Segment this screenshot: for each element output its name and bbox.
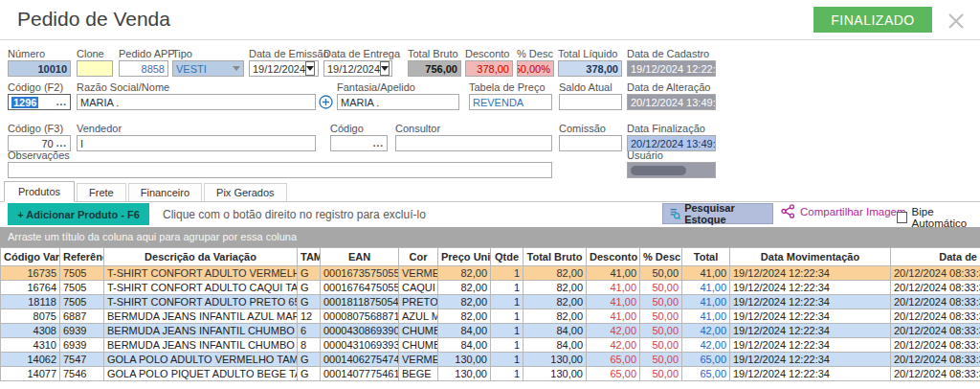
comissao-label: Comissão [559,124,622,134]
lookup-ellipsis-icon[interactable]: ... [373,138,384,149]
cell: 0000431069393 [321,338,399,353]
column-header[interactable]: Total Bruto [523,248,587,266]
pedido-app-label: Pedido APP [119,49,168,59]
cell: 6887 [60,309,104,324]
cell: PRETO [399,295,438,309]
table-row[interactable]: 140627547GOLA POLO ADULTO VERMELHO TAM G… [1,353,980,367]
codigo-consultor-input[interactable]: ... [330,135,388,151]
tab-frete[interactable]: Frete [77,183,126,201]
column-header[interactable]: Desconto [587,248,640,266]
cell: VERMELHO [399,266,438,281]
cell: 1 [491,338,523,353]
share-image-button[interactable]: Compartilhar Imagem [781,204,906,218]
table-row[interactable]: 167647505T-SHIRT CONFORT ADULTO CAQUI TA… [1,281,980,295]
calendar-dropdown-icon[interactable] [380,61,390,76]
desconto-input[interactable]: 378,00 [465,60,513,77]
consultor-input[interactable] [395,135,552,151]
cell: 130,00 [523,367,587,381]
codigo-f2-input[interactable]: 1296 ... [8,94,71,110]
column-header[interactable]: Data Movimentação [730,248,891,266]
column-header[interactable]: Qtde [491,248,523,266]
vendedor-input[interactable]: I [77,135,316,151]
column-header[interactable]: Descrição da Variação [104,248,298,266]
cell: 50,00 [640,338,682,353]
tabela-preco-input[interactable]: REVENDA [469,94,552,110]
comissao-input[interactable] [559,135,622,151]
auto-beep-checkbox[interactable]: Bipe Automático [897,206,980,229]
column-header[interactable]: EAN [321,248,399,266]
cell: 8 [298,338,321,353]
column-header[interactable]: Total [682,248,730,266]
column-header[interactable]: Preço Unit [438,248,491,266]
cell: GOLA POLO PIQUET ADULTO BEGE TAM G [104,367,298,381]
fantasia-input[interactable]: MARIA . [337,94,459,110]
cell: 6939 [60,324,104,338]
codigo-f2-field: Código (F2) 1296 ... [8,82,71,110]
codigo-f3-label: Código (F3) [8,124,71,134]
search-stock-icon [669,207,680,220]
table-row[interactable]: 80756887BERMUDA JEANS INFANTIL AZUL MARI… [1,309,980,324]
total-bruto-field: Total Bruto 756,00 [408,49,461,77]
table-row[interactable]: 43086939BERMUDA JEANS INFANTIL CHUMBO TA… [1,324,980,338]
tabela-preco-label: Tabela de Preço [469,82,552,93]
tab-financeiro[interactable]: Financeiro [128,183,202,201]
cell: 50,00 [640,309,682,324]
clone-input[interactable] [77,60,113,77]
usuario-label: Usuário [627,150,716,161]
column-header[interactable]: Data de [891,248,980,266]
cell: 0000430869390 [321,324,399,338]
codigo-consultor-label: Código [330,124,388,134]
cell: GOLA POLO ADULTO VERMELHO TAM G [104,353,298,367]
cell: 20/12/2024 08:33:30 [891,324,980,338]
group-by-band[interactable]: Arraste um título da coluna aqui para ag… [0,227,980,247]
cell: 82,00 [438,295,491,309]
column-header[interactable]: TAM [298,248,321,266]
lookup-ellipsis-icon[interactable]: ... [56,97,67,107]
cell: 41,00 [587,281,640,295]
cell: 12 [298,309,321,324]
tab-pix-gerados[interactable]: Pix Gerados [204,183,287,201]
cell: 65,00 [587,353,640,367]
tab-strip: Produtos Frete Financeiro Pix Gerados [0,181,980,202]
column-header[interactable]: Cor [399,248,438,266]
observacoes-field: Observações [8,150,552,178]
saldo-atual-value [559,94,622,110]
cell: 82,00 [438,309,491,324]
calendar-dropdown-icon[interactable] [305,61,315,76]
tab-produtos[interactable]: Produtos [4,181,75,202]
table-row[interactable]: 43106939BERMUDA JEANS INFANTIL CHUMBO TA… [1,338,980,353]
table-row[interactable]: 140777546GOLA POLO PIQUET ADULTO BEGE TA… [1,367,980,381]
data-entrega-input[interactable]: 19/12/2024 [323,60,392,77]
saldo-atual-field: Saldo Atual [559,82,622,110]
cell: 41,00 [682,281,730,295]
data-emissao-input[interactable]: 19/12/2024 [249,60,319,77]
perc-desc-input[interactable]: 50,00% [517,60,554,77]
observacoes-input[interactable] [8,162,552,178]
add-client-button[interactable] [319,95,333,113]
tipo-select[interactable]: VESTI [172,60,244,77]
table-row[interactable]: 181187505T-SHIRT CONFORT ADULTO PRETO 65… [1,295,980,309]
numero-input[interactable]: 10010 [8,60,71,77]
lookup-ellipsis-icon[interactable]: ... [56,138,67,149]
table-row[interactable]: 167357505T-SHIRT CONFORT ADULTO VERMELHO… [1,266,980,281]
data-alteracao-field: Data de Alteração 20/12/2024 13:49:32 [627,82,716,110]
cell: 20/12/2024 08:33:30 [891,367,980,381]
pedido-app-field: Pedido APP 8858 [119,49,168,77]
consultor-label: Consultor [395,124,552,134]
cell: 42,00 [682,324,730,338]
column-header[interactable]: Referência [60,248,104,266]
pedido-app-input[interactable]: 8858 [119,60,168,77]
add-product-button[interactable]: + Adicionar Produto - F6 [8,203,149,225]
column-header[interactable]: Código Var [1,248,60,266]
grid-rows: 167357505T-SHIRT CONFORT ADULTO VERMELHO… [1,266,980,381]
search-stock-button[interactable]: Pesquisar Estoque [662,203,773,224]
razao-social-input[interactable]: MARIA . [77,94,316,110]
cell: BERMUDA JEANS INFANTIL AZUL MARINHO TAM … [104,309,298,324]
close-icon[interactable] [946,11,967,32]
auto-beep-label: Bipe Automático [912,206,980,229]
data-cadastro-label: Data de Cadastro [627,49,716,59]
cell: 130,00 [438,353,491,367]
cell: 50,00 [640,324,682,338]
column-header[interactable]: % Desc [640,248,682,266]
cell: CHUMBO [399,338,438,353]
